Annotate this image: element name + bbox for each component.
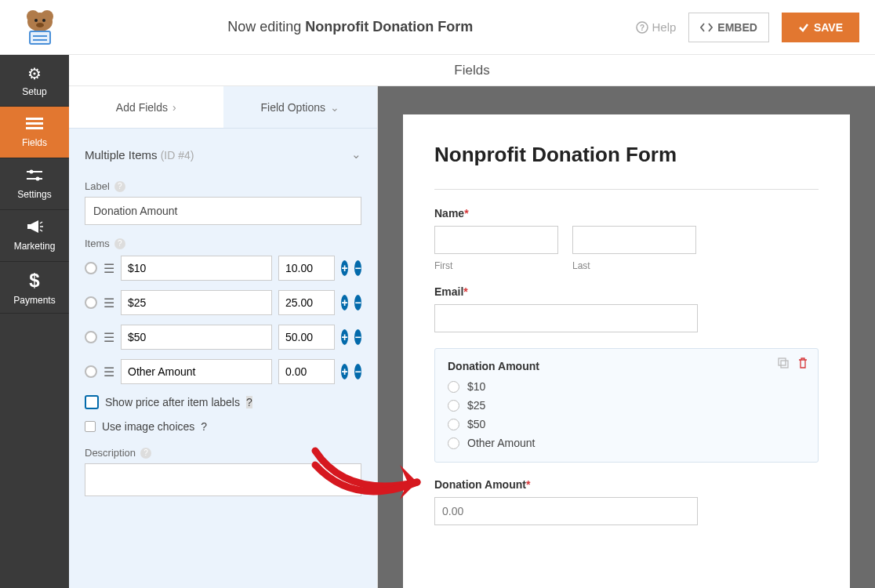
item-label-input[interactable]	[121, 290, 272, 315]
item-label-input[interactable]	[121, 359, 272, 384]
help-icon[interactable]: ?	[114, 181, 125, 192]
svg-point-5	[36, 23, 44, 27]
selected-field-donation[interactable]: Donation Amount $10$25$50Other Amount	[434, 348, 819, 463]
drag-handle-icon[interactable]: ☰	[103, 261, 114, 276]
drag-handle-icon[interactable]: ☰	[103, 296, 114, 310]
description-heading: Description?	[85, 447, 361, 459]
radio-label: $10	[467, 380, 485, 393]
svg-rect-6	[30, 31, 50, 44]
use-images-toggle[interactable]: Use image choices ?	[85, 420, 361, 433]
radio-default-icon[interactable]	[85, 331, 97, 343]
remove-item-button[interactable]: −	[354, 260, 361, 276]
amount-input[interactable]	[434, 497, 698, 525]
chevron-down-icon: ⌄	[330, 101, 339, 114]
main-sidebar: ⚙ Setup Fields Settings Marketing $ Paym…	[0, 55, 69, 588]
radio-default-icon[interactable]	[85, 296, 97, 309]
svg-rect-11	[26, 118, 43, 120]
megaphone-icon	[26, 220, 43, 238]
check-icon	[798, 22, 809, 33]
embed-button[interactable]: EMBED	[688, 13, 769, 42]
help-icon: ?	[636, 21, 648, 34]
email-input[interactable]	[434, 304, 698, 332]
svg-point-3	[34, 19, 38, 22]
save-button[interactable]: SAVE	[782, 13, 859, 42]
add-item-button[interactable]: +	[341, 260, 348, 276]
donation-field-label: Donation Amount	[448, 360, 805, 372]
add-item-button[interactable]: +	[341, 329, 348, 345]
svg-rect-18	[779, 358, 786, 365]
radio-label: Other Amount	[467, 437, 535, 449]
sidebar-item-settings[interactable]: Settings	[0, 158, 69, 210]
svg-rect-12	[26, 122, 43, 125]
radio-option[interactable]: $10	[448, 380, 805, 393]
item-label-input[interactable]	[121, 325, 272, 350]
radio-option[interactable]: $50	[448, 418, 805, 430]
radio-option[interactable]: $25	[448, 399, 805, 412]
item-row: ☰ + −	[85, 256, 361, 281]
tab-field-options[interactable]: Field Options ⌄	[223, 86, 378, 128]
last-name-input[interactable]	[572, 226, 696, 254]
radio-icon	[448, 419, 459, 430]
sidebar-label: Payments	[13, 295, 55, 306]
svg-point-4	[42, 19, 45, 22]
remove-item-button[interactable]: −	[354, 295, 361, 310]
items-heading: Items?	[85, 238, 361, 249]
page-title: Now editing Nonprofit Donation Form	[64, 19, 636, 35]
add-item-button[interactable]: +	[341, 295, 348, 310]
help-icon[interactable]: ?	[201, 420, 207, 433]
first-name-input[interactable]	[434, 226, 558, 254]
add-item-button[interactable]: +	[341, 364, 348, 379]
sidebar-label: Marketing	[14, 241, 56, 252]
trash-icon[interactable]	[797, 357, 808, 369]
sidebar-item-setup[interactable]: ⚙ Setup	[0, 55, 69, 107]
radio-icon	[448, 400, 459, 412]
tab-add-fields[interactable]: Add Fields ›	[69, 86, 223, 128]
drag-handle-icon[interactable]: ☰	[103, 330, 114, 345]
sliders-icon	[27, 168, 42, 186]
app-logo[interactable]	[16, 8, 64, 47]
sidebar-label: Settings	[17, 189, 51, 200]
remove-item-button[interactable]: −	[354, 364, 361, 379]
label-heading: Label?	[85, 180, 361, 192]
radio-default-icon[interactable]	[85, 365, 97, 378]
chevron-right-icon: ›	[172, 101, 176, 114]
sidebar-label: Setup	[22, 86, 46, 97]
radio-default-icon[interactable]	[85, 262, 97, 274]
item-value-input[interactable]	[278, 290, 335, 315]
sidebar-label: Fields	[22, 137, 47, 148]
list-icon	[26, 116, 43, 134]
label-input[interactable]	[85, 197, 361, 225]
svg-text:?: ?	[640, 24, 644, 32]
center-heading: Fields	[69, 55, 875, 86]
item-label-input[interactable]	[121, 256, 272, 281]
checkbox-icon	[85, 395, 99, 409]
svg-rect-19	[781, 361, 788, 368]
item-value-input[interactable]	[278, 359, 335, 384]
amount-label: Donation Amount*	[434, 478, 819, 491]
radio-label: $25	[467, 399, 485, 412]
checkbox-icon	[85, 421, 96, 432]
dollar-icon: $	[29, 270, 39, 292]
section-header[interactable]: Multiple Items (ID #4) ⌄	[85, 138, 361, 174]
show-price-toggle[interactable]: Show price after item labels ?	[85, 395, 361, 409]
sidebar-item-marketing[interactable]: Marketing	[0, 210, 69, 262]
form-preview: Nonprofit Donation Form Name* First Last…	[403, 114, 850, 588]
help-link[interactable]: ? Help	[636, 20, 676, 34]
sidebar-item-fields[interactable]: Fields	[0, 107, 69, 158]
item-value-input[interactable]	[278, 256, 335, 281]
gear-icon: ⚙	[27, 64, 42, 83]
item-value-input[interactable]	[278, 325, 335, 350]
help-icon[interactable]: ?	[140, 448, 151, 459]
remove-item-button[interactable]: −	[354, 329, 361, 345]
name-label: Name*	[434, 207, 819, 220]
description-input[interactable]	[85, 463, 361, 496]
svg-point-2	[27, 13, 53, 31]
duplicate-icon[interactable]	[777, 357, 790, 369]
sidebar-item-payments[interactable]: $ Payments	[0, 262, 69, 314]
divider	[434, 189, 819, 190]
help-icon[interactable]: ?	[246, 396, 252, 408]
drag-handle-icon[interactable]: ☰	[103, 365, 114, 379]
radio-option[interactable]: Other Amount	[448, 437, 805, 449]
help-icon[interactable]: ?	[114, 238, 125, 249]
code-icon	[700, 23, 713, 32]
